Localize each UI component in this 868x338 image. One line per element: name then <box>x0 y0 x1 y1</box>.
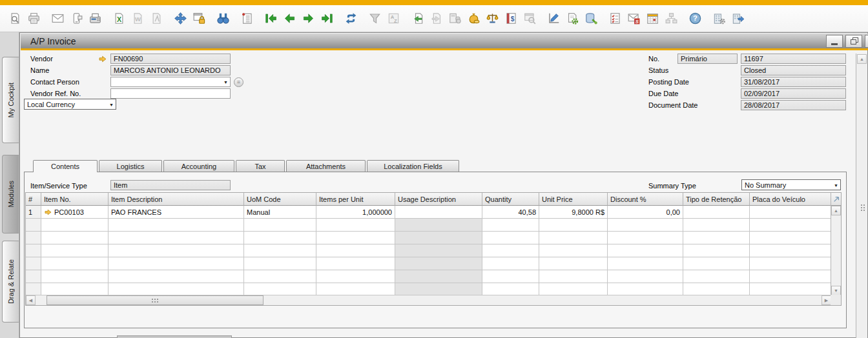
payment-means-icon[interactable] <box>467 12 480 25</box>
cell-item-no-[interactable] <box>41 232 108 244</box>
cell-placa-do-ve-culo[interactable] <box>750 232 832 244</box>
cell-item-description[interactable] <box>108 283 244 296</box>
cell-unit-price[interactable] <box>539 244 608 257</box>
tab-contents[interactable]: Contents <box>33 160 98 172</box>
form-settings-icon[interactable] <box>566 12 579 25</box>
launch-application-icon[interactable] <box>174 12 187 25</box>
help-icon[interactable]: ? <box>688 12 701 25</box>
cell-tipo-de-reten-o[interactable] <box>683 206 750 219</box>
cell-usage-description[interactable] <box>395 219 482 232</box>
cell-quantity[interactable]: 40,58 <box>482 206 539 219</box>
cell-items-per-unit[interactable] <box>316 219 395 232</box>
gross-profit-icon[interactable] <box>486 12 499 25</box>
scroll-down-icon[interactable]: ▼ <box>831 286 841 295</box>
tab-tax[interactable]: Tax <box>236 160 285 172</box>
tab-logistics[interactable]: Logistics <box>99 160 162 172</box>
scroll-left-icon[interactable]: ◀ <box>26 295 36 305</box>
next-record-icon[interactable] <box>302 12 315 25</box>
cell-uom-code[interactable] <box>244 270 316 283</box>
cell-tipo-de-reten-o[interactable] <box>683 270 750 283</box>
cell-tipo-de-reten-o[interactable] <box>683 232 750 244</box>
cell-usage-description[interactable] <box>395 206 482 219</box>
sidebar-tab-my-cockpit[interactable]: My Cockpit <box>2 57 19 143</box>
cell-usage-description[interactable] <box>395 283 482 296</box>
query-manager-icon[interactable] <box>584 12 597 25</box>
summary-type-dropdown[interactable]: No Summary▼ <box>741 179 841 190</box>
window-vertical-scrollbar[interactable]: ▲ <box>856 54 867 338</box>
cell-uom-code[interactable] <box>244 283 316 296</box>
fax-icon[interactable] <box>88 12 101 25</box>
cell-item-description[interactable]: PAO FRANCES <box>108 206 244 219</box>
email-icon[interactable] <box>51 12 64 25</box>
sort-icon[interactable]: AZ <box>387 12 400 25</box>
cell-placa-do-ve-culo[interactable] <box>750 244 832 257</box>
first-record-icon[interactable] <box>264 12 277 25</box>
cell-items-per-unit[interactable] <box>316 257 395 270</box>
cell--[interactable]: 1 <box>26 206 41 219</box>
cell-tipo-de-reten-o[interactable] <box>683 219 750 232</box>
vendor-link-arrow-icon[interactable] <box>98 55 107 63</box>
cell-placa-do-ve-culo[interactable] <box>750 283 832 296</box>
table-horizontal-scrollbar[interactable]: ◀ ▶ <box>26 295 832 305</box>
print-icon[interactable] <box>27 12 40 25</box>
cell-quantity[interactable] <box>482 257 539 270</box>
query-preview-icon[interactable] <box>523 12 536 25</box>
copy-from-icon[interactable] <box>411 12 424 25</box>
cell-uom-code[interactable] <box>244 244 316 257</box>
last-record-icon[interactable] <box>320 12 333 25</box>
series-field[interactable]: Primário <box>677 54 738 64</box>
cell--[interactable] <box>26 232 41 244</box>
doc-number-field[interactable]: 11697 <box>741 54 846 64</box>
currency-dropdown[interactable]: Local Currency▼ <box>24 99 116 110</box>
cell-items-per-unit[interactable] <box>316 244 395 257</box>
minimize-button[interactable] <box>826 35 843 48</box>
org-chart-icon[interactable] <box>665 12 677 25</box>
cell-unit-price[interactable] <box>539 283 608 296</box>
cell-item-no-[interactable] <box>41 270 108 283</box>
cell-unit-price[interactable] <box>539 270 608 283</box>
cell-unit-price[interactable] <box>539 232 608 244</box>
cell-item-description[interactable] <box>108 232 244 244</box>
cell-discount-[interactable] <box>608 232 683 244</box>
item-service-type-field[interactable]: Item <box>110 180 231 190</box>
cell-placa-do-ve-culo[interactable] <box>750 257 832 270</box>
cell-usage-description[interactable] <box>395 232 482 244</box>
cell-usage-description[interactable] <box>395 270 482 283</box>
messages-icon[interactable]: S <box>627 12 640 25</box>
document-date-field[interactable]: 28/08/2017 <box>741 100 846 110</box>
expand-grid-icon[interactable] <box>831 193 841 206</box>
cell--[interactable] <box>26 283 41 296</box>
cell-items-per-unit[interactable]: 1,000000 <box>316 206 395 219</box>
contact-person-dropdown[interactable]: ▼ <box>110 77 231 87</box>
close-button[interactable]: ✕ <box>865 35 868 48</box>
cell-usage-description[interactable] <box>395 257 482 270</box>
cell-tipo-de-reten-o[interactable] <box>683 257 750 270</box>
cell--[interactable] <box>26 270 41 283</box>
choose-from-list-button[interactable]: ≡ <box>234 77 243 87</box>
cell-items-per-unit[interactable] <box>316 270 395 283</box>
cell--[interactable] <box>26 244 41 257</box>
cell-item-description[interactable] <box>108 257 244 270</box>
lock-screen-icon[interactable] <box>192 12 205 25</box>
tab-localization-fields[interactable]: Localization Fields <box>367 160 459 172</box>
cell-tipo-de-reten-o[interactable] <box>683 244 750 257</box>
cell-discount-[interactable]: 0,00 <box>608 206 683 219</box>
cell-quantity[interactable] <box>482 219 539 232</box>
cell-unit-price[interactable] <box>539 257 608 270</box>
cell-uom-code[interactable] <box>244 232 316 244</box>
cell--[interactable] <box>26 257 41 270</box>
cell-discount-[interactable] <box>608 219 683 232</box>
cell-quantity[interactable] <box>482 283 539 296</box>
cell-placa-do-ve-culo[interactable] <box>750 270 832 283</box>
payment-wizard-icon[interactable] <box>448 12 461 25</box>
cell-item-no-[interactable] <box>41 244 108 257</box>
cell-placa-do-ve-culo[interactable] <box>750 206 832 219</box>
cell-placa-do-ve-culo[interactable] <box>750 219 832 232</box>
vendor-ref-field[interactable] <box>110 88 231 99</box>
print-preview-icon[interactable] <box>8 12 21 25</box>
cell-discount-[interactable] <box>608 283 683 296</box>
cell-item-no-[interactable] <box>41 219 108 232</box>
copy-to-icon[interactable] <box>429 12 442 25</box>
scroll-up-icon[interactable]: ▲ <box>857 54 867 64</box>
cell-item-description[interactable] <box>108 244 244 257</box>
